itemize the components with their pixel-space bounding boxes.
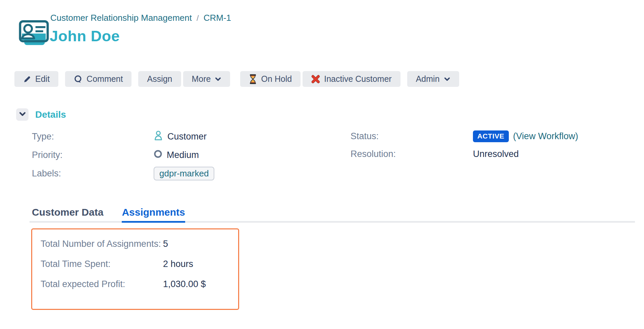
comment-button-label: Comment [87, 74, 123, 84]
breadcrumb-separator: / [197, 13, 199, 23]
tab-assignments[interactable]: Assignments [122, 207, 185, 223]
details-section-header: Details [16, 108, 66, 121]
edit-button[interactable]: Edit [14, 71, 58, 87]
field-status-value: ACTIVE (View Workflow) [473, 130, 578, 142]
chevron-down-icon [444, 76, 450, 83]
total-assignments-value: 5 [163, 236, 231, 252]
field-priority: Priority: Medium [32, 149, 334, 161]
field-resolution: Resolution: Unresolved [351, 148, 626, 160]
admin-button[interactable]: Admin [407, 71, 459, 87]
total-expected-profit-value: 1,030.00 $ [163, 276, 231, 292]
comment-bubble-icon [74, 75, 83, 84]
breadcrumb: Customer Relationship Management / CRM-1 [50, 13, 231, 23]
page-title: John Doe [50, 28, 120, 45]
total-assignments-label: Total Number of Assignments: [41, 236, 163, 252]
red-x-icon [311, 75, 320, 84]
tab-bar: Customer Data Assignments [32, 207, 185, 223]
breadcrumb-issue-key-link[interactable]: CRM-1 [204, 13, 231, 23]
inactive-customer-button-label: Inactive Customer [324, 74, 391, 84]
on-hold-button[interactable]: On Hold [240, 71, 301, 87]
field-labels: Labels: gdpr-marked [32, 167, 334, 180]
field-type-label: Type: [32, 131, 154, 142]
label-tag-gdpr-marked[interactable]: gdpr-marked [154, 167, 214, 180]
field-resolution-value: Unresolved [473, 149, 519, 159]
details-collapse-button[interactable] [16, 108, 29, 121]
field-type: Type: Customer [32, 130, 334, 143]
field-labels-value: gdpr-marked [154, 167, 214, 180]
edit-button-label: Edit [35, 74, 50, 84]
assignments-summary-panel: Total Number of Assignments: 5 Total Tim… [31, 228, 239, 310]
more-button-label: More [192, 74, 211, 84]
details-fields-right: Status: ACTIVE (View Workflow) Resolutio… [351, 130, 626, 160]
issue-view-page: Customer Relationship Management / CRM-1… [0, 0, 644, 329]
total-time-spent-value: 2 hours [163, 256, 231, 272]
total-time-spent-label: Total Time Spent: [41, 256, 163, 272]
field-priority-text: Medium [167, 150, 199, 160]
on-hold-button-label: On Hold [261, 74, 292, 84]
inactive-customer-button[interactable]: Inactive Customer [303, 71, 400, 87]
hourglass-icon [249, 74, 257, 84]
view-workflow-link[interactable]: (View Workflow) [513, 131, 578, 142]
customer-person-icon [154, 130, 163, 143]
chevron-down-icon [19, 110, 26, 119]
field-status: Status: ACTIVE (View Workflow) [351, 130, 626, 142]
field-type-text: Customer [167, 131, 207, 142]
pencil-icon [23, 75, 31, 83]
comment-button[interactable]: Comment [65, 71, 131, 87]
contact-card-icon [18, 19, 50, 48]
toolbar: Edit Comment Assign More [14, 71, 459, 87]
medium-priority-icon [154, 150, 162, 161]
details-section-title[interactable]: Details [35, 109, 66, 120]
chevron-down-icon [215, 76, 221, 83]
assign-button-label: Assign [147, 74, 172, 84]
more-button[interactable]: More [183, 71, 230, 87]
tab-customer-data[interactable]: Customer Data [32, 207, 103, 223]
field-resolution-label: Resolution: [351, 149, 473, 159]
field-priority-label: Priority: [32, 150, 154, 160]
status-badge: ACTIVE [473, 130, 509, 142]
field-labels-label: Labels: [32, 168, 154, 179]
field-type-value: Customer [154, 130, 207, 143]
breadcrumb-project-link[interactable]: Customer Relationship Management [50, 13, 192, 23]
assign-button[interactable]: Assign [138, 71, 181, 87]
total-expected-profit-label: Total expected Profit: [41, 276, 163, 292]
field-status-label: Status: [351, 131, 473, 142]
details-fields-left: Type: Customer Priority: Med [32, 130, 334, 180]
field-priority-value: Medium [154, 150, 199, 161]
admin-button-label: Admin [416, 74, 440, 84]
